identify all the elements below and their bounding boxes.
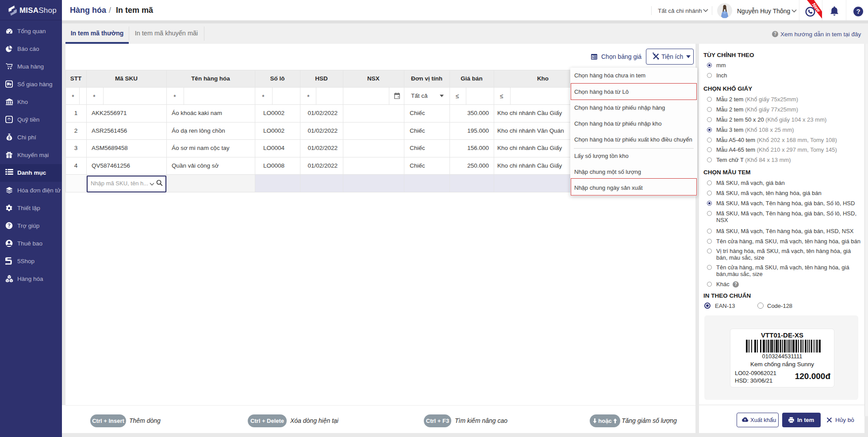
svg-text:S: S xyxy=(592,56,594,59)
